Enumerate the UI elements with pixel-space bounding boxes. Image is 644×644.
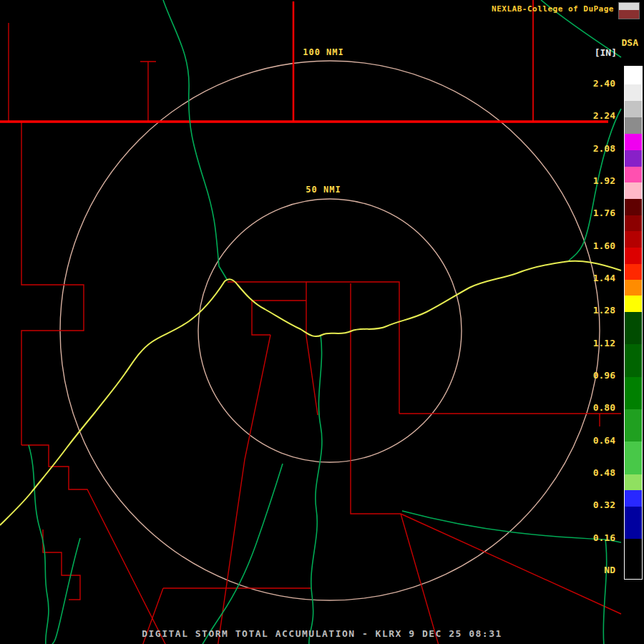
color-band	[625, 231, 642, 248]
product-code-label: DSA	[622, 37, 638, 48]
brand-text: NEXLAB-College of DuPage	[492, 4, 614, 14]
legend-tick: 0.32	[593, 499, 615, 510]
legend-tick: 1.44	[593, 273, 615, 283]
legend-tick: ND	[604, 565, 615, 575]
legend-tick: 0.16	[593, 532, 615, 543]
range-ring-label-100: 100 NMI	[301, 47, 346, 57]
color-scale-bar	[624, 66, 643, 580]
legend-tick: 2.40	[593, 78, 615, 89]
color-band	[625, 101, 642, 117]
color-band	[625, 67, 642, 84]
range-ring-50nmi	[198, 199, 462, 462]
legend-tick: 0.64	[593, 435, 615, 446]
color-band	[625, 409, 642, 441]
color-band	[625, 134, 642, 150]
color-band	[625, 441, 642, 474]
color-band	[625, 377, 642, 409]
legend-tick: 0.80	[593, 402, 615, 413]
color-band	[625, 507, 642, 539]
color-band	[625, 84, 642, 101]
color-band	[625, 312, 642, 344]
units-label: [IN]	[595, 47, 617, 58]
highlighted-river	[0, 261, 621, 525]
legend-tick: 1.28	[593, 305, 615, 316]
legend-tick: 2.24	[593, 110, 615, 121]
caption-text: DIGITAL STORM TOTAL ACCUMULATION - KLRX …	[142, 628, 502, 639]
state-border	[0, 0, 608, 122]
color-band	[625, 199, 642, 215]
color-band	[625, 117, 642, 134]
color-band	[625, 248, 642, 264]
color-band	[625, 344, 642, 377]
color-band	[625, 167, 642, 182]
rivers	[29, 0, 621, 644]
legend-tick: 1.76	[593, 208, 615, 218]
color-band	[625, 296, 642, 312]
legend-tick: 1.92	[593, 175, 615, 186]
color-band	[625, 182, 642, 199]
legend-tick: 2.08	[593, 143, 615, 154]
cod-logo-icon	[618, 2, 640, 19]
legend-tick: 1.60	[593, 240, 615, 251]
color-band	[625, 539, 642, 579]
color-band	[625, 280, 642, 296]
radar-display: 100 NMI 50 NMI NEXLAB-College of DuPage …	[0, 0, 644, 644]
color-band	[625, 490, 642, 507]
color-band	[625, 150, 642, 167]
legend-tick: 1.12	[593, 338, 615, 348]
color-band	[625, 474, 642, 490]
range-ring-label-50: 50 NMI	[303, 185, 343, 195]
range-ring-100nmi	[60, 61, 600, 600]
legend-tick: 0.96	[593, 370, 615, 381]
legend-tick: 0.48	[593, 467, 615, 478]
radar-map	[0, 0, 644, 644]
color-band	[625, 215, 642, 231]
color-band	[625, 264, 642, 280]
